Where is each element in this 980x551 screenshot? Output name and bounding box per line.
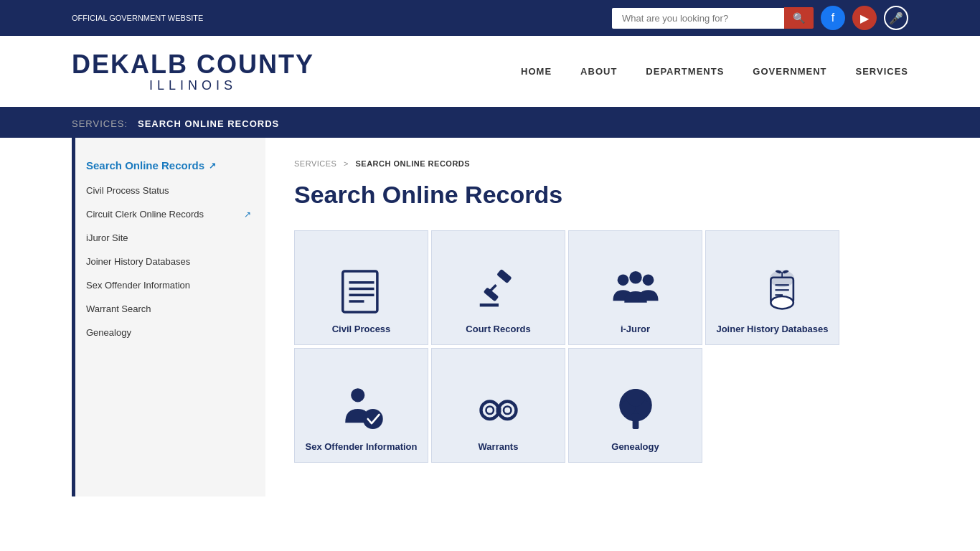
sex-offender-icon — [336, 384, 387, 434]
banner-prefix: SERVICES: — [72, 118, 128, 129]
tile-warrants[interactable]: Warrants — [431, 348, 565, 463]
sidebar-title[interactable]: Search Online Records ↗ — [72, 152, 265, 179]
sidebar-item-civil-process[interactable]: Civil Process Status — [72, 179, 265, 202]
sidebar-item-label: Sex Offender Information — [86, 280, 190, 291]
tile-empty — [705, 348, 839, 463]
court-records-icon — [473, 266, 524, 316]
svg-point-9 — [617, 275, 628, 286]
tile-civil-process-label: Civil Process — [332, 324, 391, 334]
nav-home[interactable]: HOME — [521, 66, 552, 77]
svg-point-14 — [771, 296, 793, 309]
sidebar: Search Online Records ↗ Civil Process St… — [72, 138, 265, 496]
external-link-icon: ↗ — [244, 209, 251, 220]
sidebar-item-warrant[interactable]: Warrant Search — [72, 297, 265, 321]
sidebar-item-label: Civil Process Status — [86, 185, 169, 196]
sidebar-item-label: iJuror Site — [86, 232, 128, 243]
svg-point-23 — [499, 402, 517, 420]
sidebar-accent — [72, 138, 75, 496]
main-content: SERVICES > SEARCH ONLINE RECORDS Search … — [265, 138, 908, 496]
search-button[interactable]: 🔍 — [784, 7, 814, 29]
tile-sex-offender-label: Sex Offender Information — [305, 441, 417, 452]
tile-joiner-label: Joiner History Databases — [716, 324, 828, 334]
svg-point-22 — [486, 407, 494, 415]
logo-bottom: ILLINOIS — [72, 79, 314, 93]
nav-government[interactable]: GOVERNMENT — [753, 66, 826, 77]
svg-rect-5 — [496, 269, 512, 283]
svg-rect-28 — [632, 418, 639, 430]
tile-genealogy-label: Genealogy — [611, 441, 659, 452]
microphone-icon[interactable]: 🎤 — [884, 6, 908, 30]
nav-services[interactable]: SERVICES — [855, 66, 908, 77]
sidebar-item-circuit-clerk[interactable]: Circuit Clerk Online Records ↗ — [72, 202, 265, 226]
svg-point-32 — [626, 389, 644, 407]
svg-point-21 — [481, 402, 499, 420]
sidebar-item-label: Warrant Search — [86, 303, 151, 314]
nav-about[interactable]: ABOUT — [580, 66, 617, 77]
tile-genealogy[interactable]: Genealogy — [568, 348, 702, 463]
svg-point-11 — [642, 275, 654, 286]
main-nav: HOME ABOUT DEPARTMENTS GOVERNMENT SERVIC… — [521, 66, 908, 77]
official-label: OFFICIAL GOVERNMENT WEBSITE — [72, 14, 203, 22]
svg-point-10 — [629, 271, 642, 284]
svg-point-24 — [504, 407, 512, 415]
sidebar-item-joiner[interactable]: Joiner History Databases — [72, 250, 265, 273]
breadcrumb-current: SEARCH ONLINE RECORDS — [356, 159, 471, 168]
search-input[interactable] — [612, 8, 784, 29]
top-bar-right: 🔍 f ▶ 🎤 — [612, 6, 908, 30]
breadcrumb-banner: SERVICES: SEARCH ONLINE RECORDS — [0, 110, 980, 138]
banner-current: SEARCH ONLINE RECORDS — [138, 118, 279, 129]
external-link-icon: ↗ — [209, 161, 216, 171]
header: DEKALB COUNTY ILLINOIS HOME ABOUT DEPART… — [0, 36, 980, 110]
search-bar: 🔍 — [612, 7, 814, 29]
sidebar-title-text: Search Online Records — [86, 159, 204, 171]
tile-civil-process[interactable]: Civil Process — [294, 230, 428, 345]
sidebar-item-sex-offender[interactable]: Sex Offender Information — [72, 273, 265, 297]
svg-point-20 — [362, 409, 382, 429]
tile-ijuror-label: i-Juror — [621, 324, 650, 334]
tiles-row1: Civil Process Court Records — [294, 230, 839, 345]
breadcrumb-separator: > — [344, 159, 349, 168]
tile-court-records[interactable]: Court Records — [431, 230, 565, 345]
page-title: Search Online Records — [294, 181, 880, 209]
svg-point-19 — [351, 389, 364, 402]
breadcrumb-services-link[interactable]: SERVICES — [294, 159, 336, 168]
svg-rect-0 — [342, 271, 377, 312]
sidebar-item-genealogy[interactable]: Genealogy — [72, 321, 265, 344]
tiles-row2: Sex Offender Information Warrants — [294, 348, 839, 463]
civil-process-icon — [336, 266, 387, 316]
genealogy-icon — [611, 384, 661, 434]
sidebar-item-ijuror[interactable]: iJuror Site — [72, 226, 265, 250]
logo-top: DEKALB COUNTY — [72, 50, 314, 79]
tile-sex-offender[interactable]: Sex Offender Information — [294, 348, 428, 463]
tile-warrants-label: Warrants — [479, 441, 519, 452]
top-bar: OFFICIAL GOVERNMENT WEBSITE 🔍 f ▶ 🎤 — [0, 0, 980, 36]
facebook-icon[interactable]: f — [821, 6, 845, 30]
breadcrumb-trail: SERVICES > SEARCH ONLINE RECORDS — [294, 159, 880, 168]
ijuror-icon — [611, 266, 661, 316]
tile-court-records-label: Court Records — [466, 324, 530, 334]
sidebar-item-label: Joiner History Databases — [86, 256, 190, 267]
sidebar-item-label: Genealogy — [86, 327, 131, 338]
sidebar-item-label: Circuit Clerk Online Records — [86, 209, 204, 220]
content-area: Search Online Records ↗ Civil Process St… — [0, 138, 980, 496]
nav-departments[interactable]: DEPARTMENTS — [646, 66, 724, 77]
warrants-icon — [473, 384, 524, 434]
joiner-icon — [748, 266, 798, 316]
tile-ijuror[interactable]: i-Juror — [568, 230, 702, 345]
tile-joiner[interactable]: Joiner History Databases — [705, 230, 839, 345]
logo[interactable]: DEKALB COUNTY ILLINOIS — [72, 50, 314, 93]
youtube-icon[interactable]: ▶ — [852, 6, 877, 30]
